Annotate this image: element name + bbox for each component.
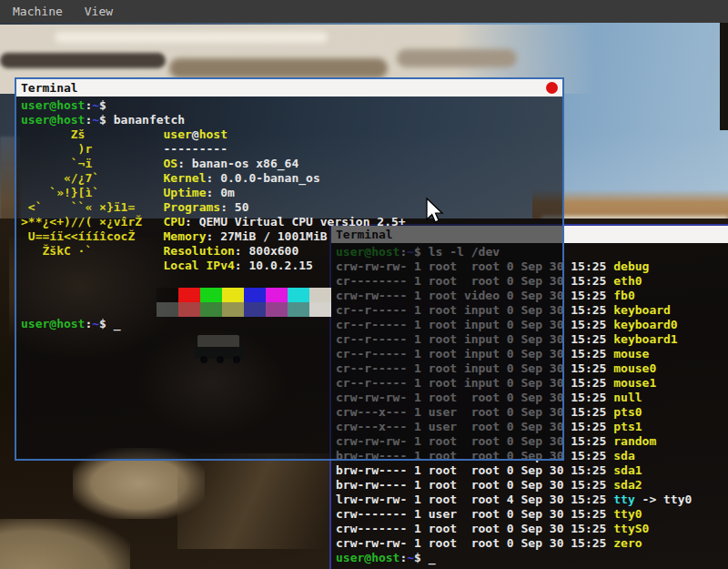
- terminal-text: `»!}[ì`: [21, 186, 164, 199]
- terminal-text: : 0m: [207, 186, 235, 199]
- terminal-text: Local IPv4: [164, 259, 235, 272]
- terminal-text: brw-rw---- 1 root root 0 Sep 30 15:25: [336, 463, 613, 477]
- terminal-prompt-line: user@host:~$: [21, 98, 562, 113]
- terminal-text: user@host: [21, 98, 85, 112]
- mouse-pointer-icon: [424, 198, 446, 227]
- terminal-text: keyboard1: [613, 332, 677, 346]
- terminal-text: -> tty0: [635, 493, 693, 506]
- wallpaper-dune-shadow: [397, 49, 517, 67]
- terminal-text: Uptime: [164, 186, 207, 199]
- palette-indent: [21, 302, 157, 316]
- terminal-text: pts1: [613, 420, 642, 433]
- terminal-text: mouse1: [613, 376, 656, 390]
- terminal-text: : 10.0.2.15: [235, 259, 313, 272]
- terminal-text: $: [99, 98, 114, 112]
- terminal-text: : 27MiB / 1001MiB: [207, 229, 328, 243]
- palette-swatch: [288, 302, 309, 317]
- ls-row: brw-rw---- 1 root root 0 Sep 30 15:25 sd…: [336, 478, 728, 493]
- palette-swatch: [266, 288, 288, 302]
- terminal-text: user@host: [21, 113, 85, 127]
- terminal-text: @: [192, 127, 199, 141]
- palette-swatch: [157, 302, 178, 317]
- palette-swatch: [200, 302, 222, 317]
- palette-swatch: [288, 288, 309, 302]
- terminal-text: U==íï<<íííîcocŽ: [21, 229, 164, 243]
- terminal-text: CPU: [164, 215, 185, 229]
- palette-swatch: [178, 288, 200, 302]
- terminal-text: `¬ï: [21, 157, 164, 170]
- palette-swatch: [244, 288, 266, 302]
- terminal-text: ~: [92, 113, 99, 127]
- terminal-text: Kernel: [164, 171, 207, 185]
- terminal-text: keyboard: [613, 303, 671, 317]
- terminal-text: zero: [613, 536, 642, 550]
- terminal-text: : banan-os x86_64: [177, 157, 298, 170]
- palette-swatch: [244, 302, 266, 317]
- fetch-line: ŽškC ·` Resolution: 800x600: [21, 244, 562, 259]
- palette-swatch: [222, 288, 244, 302]
- fetch-line: >**¿<+)//( ×¿vîrŽ CPU: QEMU Virtual CPU …: [21, 215, 562, 229]
- fetch-line: `¬ï OS: banan-os x86_64: [21, 157, 562, 171]
- terminal-text: : 800x600: [235, 244, 298, 258]
- wallpaper-dune-highlight: [55, 32, 328, 43]
- terminal-text: $: [99, 317, 114, 330]
- terminal-text: ~: [407, 551, 414, 564]
- terminal-text: eth0: [613, 274, 642, 288]
- ls-row: crw------- 1 user root 0 Sep 30 15:25 tt…: [336, 507, 728, 522]
- desktop: { "menu_bar": { "items": ["Machine", "Vi…: [0, 0, 728, 569]
- terminal-text: _: [114, 317, 121, 330]
- terminal-text: random: [613, 434, 656, 448]
- terminal-text: Programs: [164, 200, 221, 214]
- terminal-text: $: [99, 113, 114, 127]
- terminal-text: Memory: [164, 229, 207, 243]
- terminal-text: Resolution: [164, 244, 235, 258]
- palette-swatch: [309, 288, 331, 302]
- terminal-text: OS: [164, 157, 178, 170]
- terminal-text: <` ``« ×}ï1=: [21, 200, 164, 214]
- palette-swatch: [222, 302, 244, 317]
- terminal-text: sda1: [613, 463, 642, 477]
- terminal-text: crw------- 1 user root 0 Sep 30 15:25: [336, 507, 613, 521]
- palette-row: [21, 288, 562, 302]
- terminal-prompt-line: user@host:~$ _: [336, 551, 728, 565]
- menu-machine[interactable]: Machine: [0, 0, 74, 23]
- terminal-text: $: [414, 551, 429, 564]
- palette-row: [21, 302, 562, 317]
- terminal-text: : 0.0.0-banan_os: [207, 171, 320, 185]
- terminal-text: >**¿<+)//( ×¿vîrŽ: [21, 215, 164, 229]
- terminal-text: pts0: [613, 405, 642, 419]
- terminal-content[interactable]: user@host:~$ user@host:~$ bananfetch Zš …: [16, 97, 562, 459]
- wallpaper-sand-patch: [0, 519, 130, 569]
- terminal-text: _: [429, 551, 436, 564]
- ls-row: brw-rw---- 1 root root 0 Sep 30 15:25 sd…: [336, 463, 728, 478]
- terminal-text: user@host: [336, 551, 399, 564]
- palette-swatch: [200, 288, 222, 302]
- terminal-window-front[interactable]: Terminal user@host:~$ user@host:~$ banan…: [15, 77, 564, 461]
- terminal-text: keyboard0: [613, 318, 677, 331]
- palette-swatch: [157, 288, 178, 302]
- fetch-line: Zš user@host: [21, 127, 562, 142]
- ls-row: crw-rw-rw- 1 root root 0 Sep 30 15:25 ze…: [336, 536, 728, 551]
- terminal-text: crw------- 1 root root 0 Sep 30 15:25: [336, 522, 613, 535]
- palette-swatch: [309, 302, 331, 317]
- fetch-line: «/¿7` Kernel: 0.0.0-banan_os: [21, 171, 562, 186]
- terminal-text: ---------: [164, 142, 228, 156]
- fetch-line: <` ``« ×}ï1= Programs: 50: [21, 200, 562, 215]
- palette-swatch: [266, 302, 288, 317]
- terminal-text: mouse0: [613, 361, 656, 375]
- terminal-text: user@host: [21, 317, 85, 330]
- window-titlebar[interactable]: Terminal: [16, 79, 562, 97]
- vm-menu-bar: Machine View: [0, 0, 728, 23]
- terminal-prompt-line: user@host:~$ bananfetch: [21, 113, 562, 127]
- fetch-line: U==íï<<íííîcocŽ Memory: 27MiB / 1001MiB: [21, 229, 562, 244]
- terminal-text: fb0: [613, 289, 634, 302]
- palette-indent: [21, 288, 157, 301]
- terminal-text: user: [164, 127, 192, 141]
- fetch-line: `»!}[ì` Uptime: 0m: [21, 186, 562, 200]
- wallpaper-dune-shadow: [169, 58, 388, 78]
- palette-swatch: [178, 302, 200, 317]
- wallpaper-dune-shadow: [0, 53, 166, 68]
- close-icon[interactable]: [546, 82, 558, 94]
- menu-view[interactable]: View: [74, 0, 124, 23]
- terminal-text: host: [199, 127, 228, 141]
